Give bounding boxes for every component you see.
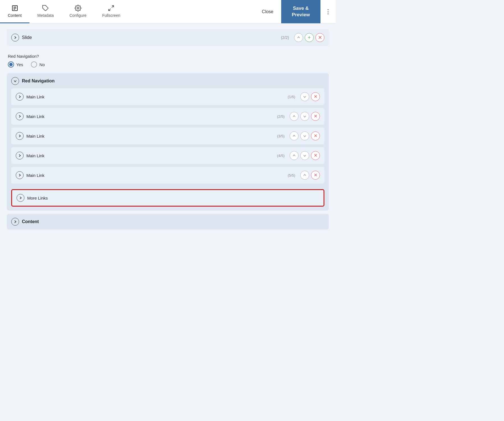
more-options-button[interactable]: ⋮ [320,0,336,23]
nav-item-1[interactable]: Main Link (1/5) ✕ [11,88,324,105]
slide-remove-button[interactable]: ✕ [315,33,324,42]
tab-metadata-label: Metadata [37,13,54,18]
tab-fullscreen[interactable]: Fullscreen [94,0,128,23]
radio-question: Red Navigation? [8,54,328,59]
nav-item-2-label: Main Link [26,114,277,119]
more-links-item[interactable]: More Links [11,189,324,207]
nav-item-5-expand-icon[interactable] [16,171,24,179]
radio-no[interactable]: No [31,61,45,68]
slide-add-button[interactable]: + [305,33,314,42]
nav-item-1-down-button[interactable] [300,92,309,101]
nav-item-1-remove-button[interactable]: ✕ [311,92,320,101]
red-navigation-title: Red Navigation [22,78,54,84]
nav-item-4[interactable]: Main Link (4/5) ✕ [11,147,324,164]
fullscreen-icon [108,5,114,11]
tab-configure-label: Configure [69,13,86,18]
nav-item-4-count: (4/5) [277,154,285,158]
slide-up-button[interactable] [294,33,303,42]
nav-items-list: Main Link (1/5) ✕ Main Link (2/5) [11,88,324,207]
nav-item-1-count: (1/5) [288,95,295,99]
close-button[interactable]: Close [254,0,281,23]
nav-item-3-remove-button[interactable]: ✕ [311,131,320,140]
nav-item-2-count: (2/5) [277,114,285,119]
radio-yes-label: Yes [16,62,23,67]
nav-item-3-expand-icon[interactable] [16,132,24,140]
slide-count: (2/2) [281,35,289,40]
nav-item-5-remove-button[interactable]: ✕ [311,171,320,180]
content-icon [12,5,18,11]
tab-configure[interactable]: Configure [61,0,94,23]
radio-no-label: No [39,62,45,67]
tab-fullscreen-label: Fullscreen [102,13,120,18]
nav-item-5[interactable]: Main Link (5/5) ✕ [11,167,324,184]
svg-point-5 [77,7,79,9]
more-links-label: More Links [27,196,319,200]
svg-line-6 [112,6,114,8]
nav-item-3-down-button[interactable] [300,131,309,140]
tab-content[interactable]: Content [0,0,29,23]
nav-item-2-remove-button[interactable]: ✕ [311,112,320,121]
content-section-title: Content [22,219,39,224]
red-navigation-header[interactable]: Red Navigation [11,77,324,85]
nav-item-3-count: (3/5) [277,134,285,138]
nav-item-5-up-button[interactable] [300,171,309,180]
nav-item-3-label: Main Link [26,134,277,138]
nav-item-4-remove-button[interactable]: ✕ [311,151,320,160]
content-section-header[interactable]: Content [11,218,324,226]
configure-icon [75,5,81,11]
toolbar: Content Metadata Configure Fullscreen Cl… [0,0,336,24]
nav-item-1-expand-icon[interactable] [16,93,24,101]
red-navigation-section: Red Navigation Main Link (1/5) ✕ [7,73,329,210]
radio-group: Yes No [8,61,328,68]
nav-item-5-label: Main Link [26,173,288,178]
nav-item-4-expand-icon[interactable] [16,152,24,159]
main-content: Slide (2/2) + ✕ Red Navigation? Yes No [0,24,336,235]
slide-item[interactable]: Slide (2/2) + ✕ [7,29,329,46]
nav-item-1-label: Main Link [26,94,288,99]
more-links-expand-icon[interactable] [17,194,24,202]
nav-item-5-count: (5/5) [288,173,295,177]
metadata-icon [42,5,49,11]
tab-metadata[interactable]: Metadata [29,0,61,23]
content-expand-icon[interactable] [11,218,19,226]
nav-item-4-label: Main Link [26,153,277,158]
nav-item-2[interactable]: Main Link (2/5) ✕ [11,108,324,125]
nav-item-2-down-button[interactable] [300,112,309,121]
save-preview-button[interactable]: Save &Preview [281,0,320,23]
nav-item-3-up-button[interactable] [290,131,299,140]
slide-expand-icon[interactable] [11,34,19,41]
tab-content-label: Content [8,13,22,18]
nav-item-2-up-button[interactable] [290,112,299,121]
nav-item-4-down-button[interactable] [300,151,309,160]
radio-section: Red Navigation? Yes No [7,50,329,73]
nav-item-4-up-button[interactable] [290,151,299,160]
slide-label: Slide [22,35,281,40]
red-nav-collapse-icon[interactable] [11,77,19,85]
content-section: Content [7,214,329,230]
radio-yes-circle [8,61,14,68]
radio-yes[interactable]: Yes [8,61,23,68]
nav-item-3[interactable]: Main Link (3/5) ✕ [11,128,324,144]
radio-no-circle [31,61,37,68]
nav-item-2-expand-icon[interactable] [16,112,24,120]
svg-line-7 [109,9,111,11]
